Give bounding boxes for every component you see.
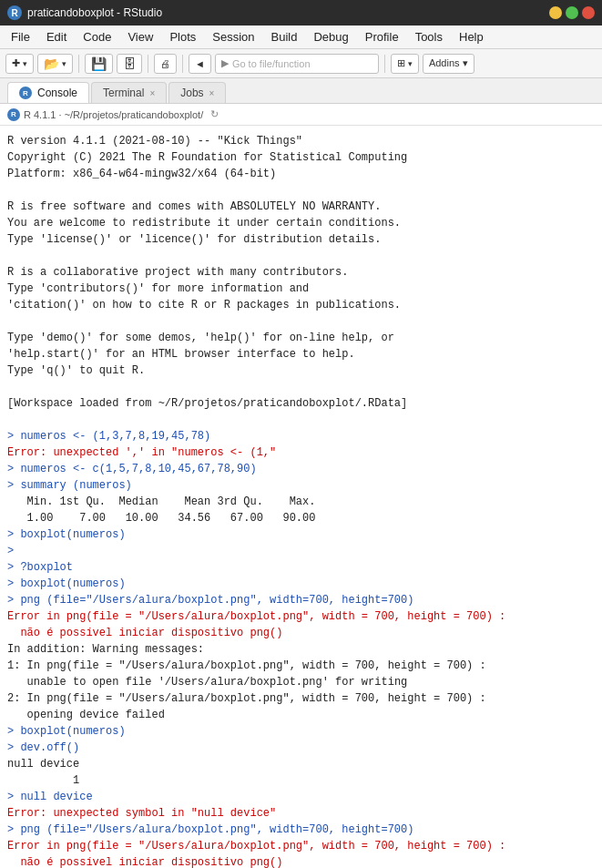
- toolbar-separator-3: [182, 55, 183, 73]
- console-line-2: Copyright (C) 2021 The R Foundation for …: [7, 149, 595, 166]
- console-line-39: null device: [7, 756, 595, 772]
- close-button[interactable]: [582, 6, 595, 19]
- tab-jobs[interactable]: Jobs ×: [168, 82, 226, 103]
- print-button[interactable]: 🖨: [154, 54, 177, 74]
- open-file-button[interactable]: 📂 ▾: [37, 54, 73, 74]
- menu-session[interactable]: Session: [205, 28, 261, 46]
- console-line-1: R version 4.1.1 (2021-08-10) -- "Kick Th…: [7, 133, 595, 149]
- console-line-13: Type 'demo()' for some demos, 'help()' f…: [7, 330, 595, 346]
- menu-help[interactable]: Help: [452, 28, 491, 46]
- menu-profile[interactable]: Profile: [358, 28, 406, 46]
- console-line-27: > ?boxplot: [7, 559, 595, 576]
- goto-arrow-icon: ▶: [221, 57, 229, 69]
- console-line-25: > boxplot(numeros): [7, 526, 595, 543]
- console-line-6: You are welcome to redistribute it under…: [7, 215, 595, 231]
- console-line-29: > png (file="/Users/alura/boxplot.png", …: [7, 592, 595, 608]
- console-line-10: Type 'contributors()' for more informati…: [7, 281, 595, 297]
- window-controls[interactable]: [549, 6, 595, 19]
- menu-tools[interactable]: Tools: [408, 28, 450, 46]
- title-bar: R praticandoboxplot - RStudio: [0, 0, 602, 26]
- console-line-14: 'help.start()' for an HTML browser inter…: [7, 346, 595, 363]
- menu-code[interactable]: Code: [76, 28, 118, 46]
- path-text: R 4.1.1 · ~/R/projetos/praticandoboxplot…: [24, 109, 203, 120]
- menu-debug[interactable]: Debug: [306, 28, 355, 46]
- menu-plots[interactable]: Plots: [162, 28, 203, 46]
- path-bar: R R 4.1.1 · ~/R/projetos/praticandoboxpl…: [0, 104, 602, 126]
- app-icon: R: [7, 5, 22, 20]
- console-line-34: unable to open file '/Users/alura/boxplo…: [7, 674, 595, 690]
- back-icon: ◄: [195, 58, 205, 69]
- window-title: praticandoboxplot - RStudio: [27, 6, 544, 19]
- menu-view[interactable]: View: [120, 28, 160, 46]
- console[interactable]: R version 4.1.1 (2021-08-10) -- "Kick Th…: [0, 126, 602, 868]
- save-all-button[interactable]: 🗄: [117, 54, 142, 74]
- back-button[interactable]: ◄: [189, 54, 211, 74]
- open-dropdown-icon: ▾: [62, 59, 66, 68]
- r-icon: R: [19, 87, 32, 99]
- grid-dropdown-icon: ▾: [408, 59, 413, 68]
- console-line-45: não é possível iniciar dispositivo png(): [7, 854, 595, 868]
- console-line-22: > summary (numeros): [7, 477, 595, 494]
- menu-edit[interactable]: Edit: [39, 28, 74, 46]
- console-line-33: 1: In png(file = "/Users/alura/boxplot.p…: [7, 658, 595, 674]
- grid-icon: ⊞: [397, 57, 405, 69]
- console-line-40: 1: [7, 772, 595, 789]
- open-file-icon: 📂: [44, 56, 59, 71]
- console-line-30: Error in png(file = "/Users/alura/boxplo…: [7, 608, 595, 625]
- tab-terminal-label: Terminal: [103, 87, 144, 99]
- save-all-icon: 🗄: [123, 56, 136, 71]
- menu-file[interactable]: File: [4, 28, 37, 46]
- new-file-button[interactable]: ✚ ▾: [5, 54, 34, 74]
- addins-label: Addins ▾: [429, 57, 468, 69]
- console-line-26: >: [7, 543, 595, 559]
- tab-terminal[interactable]: Terminal ×: [91, 82, 167, 103]
- console-line-38: > dev.off(): [7, 740, 595, 756]
- minimize-button[interactable]: [549, 6, 562, 19]
- save-icon: 💾: [91, 56, 107, 71]
- toolbar: ✚ ▾ 📂 ▾ 💾 🗄 🖨 ◄ ▶ Go to file/function ⊞: [0, 49, 602, 78]
- tab-terminal-close[interactable]: ×: [149, 88, 155, 98]
- tab-jobs-label: Jobs: [180, 87, 203, 99]
- console-line-5: R is free software and comes with ABSOLU…: [7, 199, 595, 215]
- console-line-24: 1.00 7.00 10.00 34.56 67.00 90.00: [7, 510, 595, 526]
- console-line-43: > png (file="/Users/alura/boxplot.png", …: [7, 822, 595, 838]
- console-line-20: Error: unexpected ',' in "numeros <- (1,…: [7, 444, 595, 461]
- goto-placeholder: Go to file/function: [232, 58, 311, 69]
- r-mini-icon: R: [7, 108, 20, 121]
- menu-build[interactable]: Build: [264, 28, 305, 46]
- console-line-18: [7, 412, 595, 428]
- addins-button[interactable]: Addins ▾: [423, 54, 474, 74]
- new-file-dropdown-icon: ▾: [23, 59, 27, 68]
- console-line-4: [7, 182, 595, 199]
- tab-console-label: Console: [37, 87, 77, 99]
- refresh-icon[interactable]: ↻: [210, 108, 219, 120]
- console-line-12: [7, 313, 595, 330]
- console-line-31: não é possível iniciar dispositivo png(): [7, 625, 595, 641]
- console-line-11: 'citation()' on how to cite R or R packa…: [7, 297, 595, 313]
- maximize-button[interactable]: [566, 6, 578, 19]
- console-line-36: opening device failed: [7, 707, 595, 723]
- console-line-21: > numeros <- c(1,5,7,8,10,45,67,78,90): [7, 461, 595, 477]
- goto-file-input[interactable]: ▶ Go to file/function: [215, 54, 379, 74]
- console-line-19: > numeros <- (1,3,7,8,19,45,78): [7, 428, 595, 444]
- console-line-3: Platform: x86_64-w64-mingw32/x64 (64-bit…: [7, 166, 595, 182]
- toolbar-separator-1: [78, 55, 79, 73]
- toolbar-separator-4: [384, 55, 385, 73]
- save-button[interactable]: 💾: [85, 54, 113, 74]
- tab-jobs-close[interactable]: ×: [209, 88, 215, 98]
- console-line-23: Min. 1st Qu. Median Mean 3rd Qu. Max.: [7, 494, 595, 510]
- console-line-17: [Workspace loaded from ~/R/projetos/prat…: [7, 395, 595, 412]
- console-line-15: Type 'q()' to quit R.: [7, 363, 595, 379]
- menu-bar: File Edit Code View Plots Session Build …: [0, 26, 602, 49]
- console-line-7: Type 'license()' or 'licence()' for dist…: [7, 231, 595, 248]
- tab-area: R Console Terminal × Jobs ×: [0, 78, 602, 104]
- tab-console[interactable]: R Console: [7, 82, 89, 103]
- source-grid-button[interactable]: ⊞ ▾: [391, 54, 419, 74]
- console-line-28: > boxplot(numeros): [7, 576, 595, 592]
- console-line-8: [7, 248, 595, 264]
- console-line-41: > null device: [7, 789, 595, 805]
- console-line-9: R is a collaborative project with many c…: [7, 264, 595, 281]
- print-icon: 🖨: [160, 58, 170, 69]
- new-file-icon: ✚: [12, 57, 20, 69]
- console-line-35: 2: In png(file = "/Users/alura/boxplot.p…: [7, 690, 595, 707]
